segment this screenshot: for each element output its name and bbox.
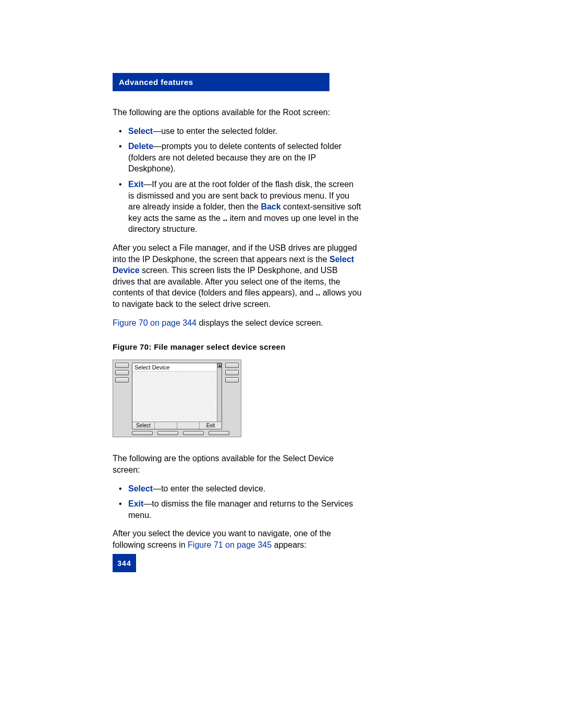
text-run: appears:	[272, 540, 307, 549]
phone-side-button	[115, 363, 129, 368]
phone-side-button	[225, 370, 239, 375]
paragraph-after-device: After you select the device you want to …	[113, 528, 362, 550]
figure-70-link[interactable]: Figure 70 on page 344	[113, 318, 197, 327]
option-text: —to enter the selected device.	[153, 484, 265, 493]
softkey-blank	[155, 422, 177, 429]
text-run: After you select a File manager, and if …	[113, 243, 357, 264]
keyword-select: Select	[128, 484, 153, 493]
section-header: Advanced features	[113, 73, 329, 91]
page-content: Advanced features The following are the …	[113, 73, 454, 558]
root-options-list: Select—use to enter the selected folder.…	[113, 126, 362, 235]
phone-soft-button	[132, 431, 153, 435]
scroll-up-icon: ▲	[217, 363, 222, 368]
option-text: —prompts you to delete contents of selec…	[128, 142, 341, 173]
figure-71-link[interactable]: Figure 71 on page 345	[188, 540, 272, 549]
list-item: Select—to enter the selected device.	[128, 483, 362, 495]
softkey-blank	[177, 422, 200, 429]
keyword-select: Select	[128, 127, 153, 135]
list-item: Exit—to dismiss the file manager and ret…	[128, 498, 362, 521]
phone-side-button	[225, 377, 239, 382]
lcd-softkey-row: Select Exit	[132, 422, 222, 429]
phone-soft-button	[209, 431, 229, 435]
figure-select-device-screen: Select Device 1140E Phone USB Flash MyFl…	[113, 360, 241, 437]
phone-side-button	[225, 363, 239, 368]
phone-side-button	[115, 377, 129, 382]
phone-side-button	[115, 370, 129, 375]
softkey-exit: Exit	[200, 422, 222, 429]
list-item: Exit—If you are at the root folder of th…	[128, 179, 362, 235]
parent-dir-dots: ..	[223, 214, 227, 223]
paragraph-select-device: After you select a File manager, and if …	[113, 242, 362, 310]
lcd-scrollbar: ▲ ▼	[217, 363, 222, 429]
intro-root-options: The following are the options available …	[113, 107, 362, 118]
keyword-back: Back	[261, 202, 280, 211]
option-text: —use to enter the selected folder.	[153, 127, 277, 135]
figure-reference-line: Figure 70 on page 344 displays the selec…	[113, 317, 362, 329]
phone-soft-button	[157, 431, 178, 435]
phone-soft-button	[183, 431, 204, 435]
intro-device-options: The following are the options available …	[113, 453, 362, 475]
phone-lcd: Select Device 1140E Phone USB Flash MyFl…	[132, 363, 222, 429]
lcd-background	[132, 371, 217, 422]
keyword-exit: Exit	[128, 499, 143, 508]
device-options-list: Select—to enter the selected device. Exi…	[113, 483, 362, 521]
keyword-delete: Delete	[128, 142, 153, 151]
softkey-select: Select	[132, 422, 155, 429]
option-text: —to dismiss the file manager and returns…	[128, 499, 353, 520]
list-item: Select—use to enter the selected folder.	[128, 126, 362, 137]
text-run: displays the select device screen.	[197, 318, 323, 327]
page-number: 344	[113, 554, 136, 572]
list-item: Delete—prompts you to delete contents of…	[128, 141, 362, 175]
text-run: screen. This screen lists the IP Deskpho…	[113, 266, 340, 297]
keyword-exit: Exit	[128, 180, 143, 189]
figure-title: Figure 70: File manager select device sc…	[113, 342, 362, 352]
body-text: The following are the options available …	[113, 107, 362, 551]
